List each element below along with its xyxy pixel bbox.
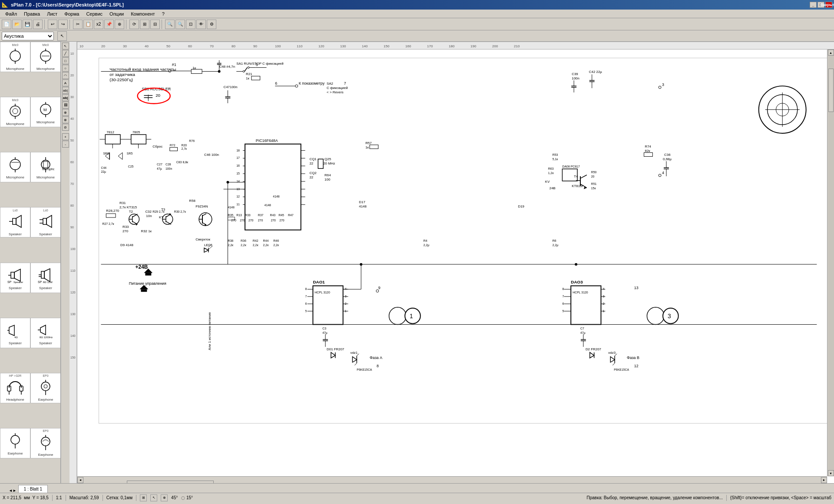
svg-text:13: 13 bbox=[634, 286, 639, 290]
menu-item-опции[interactable]: Опции bbox=[106, 11, 127, 17]
menu-item-?[interactable]: ? bbox=[159, 11, 168, 17]
svg-text:R27 2,7к: R27 2,7к bbox=[102, 222, 114, 225]
hscroll-thumb[interactable] bbox=[127, 481, 214, 484]
select-tool[interactable]: ↖ bbox=[62, 43, 69, 49]
circle-tool[interactable]: ○ bbox=[62, 65, 69, 72]
view-button[interactable]: 👁 bbox=[196, 20, 206, 29]
svg-text:C48 #4,7n: C48 #4,7n bbox=[219, 65, 235, 69]
settings-button[interactable]: ⚙ bbox=[207, 20, 216, 29]
minimize-button[interactable]: _ bbox=[810, 2, 817, 8]
svg-text:< > Revers: < > Revers bbox=[327, 90, 344, 94]
cut-button[interactable]: ✂ bbox=[73, 20, 83, 29]
canvas-area: 10 20 30 40 50 60 70 80 90 100 110 120 1… bbox=[70, 42, 834, 483]
svg-text:8Ω 12W: 8Ω 12W bbox=[43, 281, 53, 283]
menu-item-форма[interactable]: Форма bbox=[61, 11, 83, 17]
component-speaker4[interactable]: SP 8Ω 12W Speaker bbox=[30, 263, 60, 293]
menu-item-лист[interactable]: Лист bbox=[43, 11, 61, 17]
svg-text:2,2к: 2,2к bbox=[241, 244, 247, 247]
snap-button[interactable]: ⊟ bbox=[150, 20, 160, 29]
horizontal-scrollbar[interactable]: ◄ ► bbox=[77, 476, 827, 483]
paste2-button[interactable]: ⊕ bbox=[115, 20, 124, 29]
component-mic5[interactable]: Microphone bbox=[0, 152, 30, 182]
open-button[interactable]: 📂 bbox=[12, 20, 22, 29]
status-cursor-button[interactable]: ↖ bbox=[150, 494, 157, 501]
svg-text:4148: 4148 bbox=[359, 204, 367, 208]
grid-button[interactable]: ⊞ bbox=[140, 20, 149, 29]
rect-tool[interactable]: □ bbox=[62, 57, 69, 64]
vscroll-thumb[interactable] bbox=[828, 69, 834, 112]
zoomin-button[interactable]: 🔍 bbox=[165, 20, 175, 29]
component-mic6[interactable]: Microphone Microphone bbox=[30, 152, 60, 182]
print-button[interactable]: 🖨 bbox=[33, 20, 43, 29]
save-button[interactable]: 💾 bbox=[23, 20, 32, 29]
tab-blatt1[interactable]: 1 : Blatt 1 bbox=[18, 485, 48, 493]
svg-text:R76: R76 bbox=[189, 139, 195, 142]
svg-rect-347 bbox=[141, 289, 147, 292]
scroll-up-button[interactable]: ▲ bbox=[828, 49, 834, 56]
scroll-down-button[interactable]: ▼ bbox=[828, 470, 834, 476]
svg-text:С фиксацией: С фиксацией bbox=[327, 86, 348, 90]
svg-rect-24 bbox=[13, 218, 16, 224]
wire-tool[interactable]: ⊘ bbox=[62, 124, 69, 131]
component-tool[interactable]: ⊕ bbox=[62, 109, 69, 116]
scroll-right-button[interactable]: ► bbox=[821, 477, 827, 483]
svg-text:Частотный вход задания частоты: Частотный вход задания частоты bbox=[109, 67, 176, 72]
vscroll-track[interactable] bbox=[828, 56, 834, 470]
drawing-tools: ↖ ╱ □ ○ ◠ A ab| ab| 🖼 ⊕ ⊗ ⊘ + - bbox=[61, 42, 70, 483]
component-earphone3[interactable]: EP0 Earphone bbox=[30, 428, 60, 458]
image-tool[interactable]: 🖼 bbox=[62, 102, 69, 109]
component-earphone2[interactable]: Earphone bbox=[0, 428, 30, 458]
redo-button[interactable]: ↪ bbox=[58, 20, 68, 29]
zoom-in-tool[interactable]: + bbox=[62, 133, 69, 140]
refresh-button[interactable]: ⟳ bbox=[129, 20, 139, 29]
component-mic4[interactable]: M Microphone bbox=[30, 97, 60, 127]
component-speaker2[interactable]: Ls0 Speaker bbox=[30, 207, 60, 237]
component-speaker6[interactable]: 8Ω 1200Hz Speaker bbox=[30, 318, 60, 348]
undo-button[interactable]: ↩ bbox=[48, 20, 57, 29]
svg-text:2,2к: 2,2к bbox=[273, 244, 279, 247]
cursor-tool[interactable]: ↖ bbox=[57, 31, 67, 41]
menu-item-файл[interactable]: Файл bbox=[2, 11, 20, 17]
menu-item-сервис[interactable]: Сервис bbox=[83, 11, 106, 17]
svg-text:7805: 7805 bbox=[132, 130, 140, 134]
zoomfit-button[interactable]: ⊡ bbox=[186, 20, 195, 29]
svg-rect-139 bbox=[252, 76, 260, 80]
component-headphone[interactable]: HP >32R Headphone bbox=[0, 373, 30, 403]
svg-point-440 bbox=[360, 263, 362, 266]
svg-text:R58: R58 bbox=[189, 199, 195, 203]
component-speaker3[interactable]: SP Speaker Speaker bbox=[0, 263, 30, 293]
component-mic-circle2[interactable]: Mic0 Microphone bbox=[30, 42, 60, 72]
status-tool-button[interactable]: ⊕ bbox=[161, 494, 168, 501]
svg-text:110: 110 bbox=[297, 44, 303, 48]
text-tool[interactable]: A bbox=[62, 79, 69, 86]
schematic-drawing[interactable]: Частотный вход задания частоты от задатч… bbox=[77, 49, 834, 483]
component-speaker5[interactable]: 4Ω Speaker bbox=[0, 318, 30, 348]
zoom-out-tool[interactable]: - bbox=[62, 141, 69, 148]
arc-tool[interactable]: ◠ bbox=[62, 72, 69, 79]
menu-item-правка[interactable]: Правка bbox=[20, 11, 43, 17]
status-snap-button[interactable]: ⊞ bbox=[140, 494, 147, 501]
pin-tool[interactable]: ⊗ bbox=[62, 116, 69, 123]
category-dropdown[interactable]: Акустика bbox=[2, 32, 54, 40]
close-button[interactable]: Закрыть bbox=[825, 2, 832, 8]
line-tool[interactable]: ╱ bbox=[62, 50, 69, 57]
component-mic3[interactable]: Mic0 Microphone bbox=[0, 97, 30, 127]
textbox-tool[interactable]: ab| bbox=[62, 87, 69, 94]
component-speaker1[interactable]: Ls0 Speaker bbox=[0, 207, 30, 237]
menu-item-компонент[interactable]: Компонент bbox=[127, 11, 158, 17]
copy-button[interactable]: 📋 bbox=[83, 20, 93, 29]
bold-tool[interactable]: ab| bbox=[62, 94, 69, 101]
coordinates: X = 211,5 мм Y = 18,5 bbox=[3, 495, 49, 500]
vertical-scrollbar[interactable]: ▲ ▼ bbox=[827, 49, 834, 476]
svg-point-384 bbox=[376, 290, 379, 292]
svg-text:6: 6 bbox=[562, 302, 564, 305]
component-earphone1[interactable]: EP0 Earphone bbox=[30, 373, 60, 403]
svg-text:4148: 4148 bbox=[228, 206, 235, 209]
new-button[interactable]: 📄 bbox=[2, 20, 11, 29]
component-mic-circle1[interactable]: Mic0 Microphone bbox=[0, 42, 30, 72]
zoomout-button[interactable]: 🔍 bbox=[175, 20, 185, 29]
svg-marker-37 bbox=[44, 269, 50, 282]
copy2-button[interactable]: x2 bbox=[94, 20, 103, 29]
paste-button[interactable]: 📌 bbox=[104, 20, 114, 29]
scroll-left-button[interactable]: ◄ bbox=[77, 477, 83, 483]
